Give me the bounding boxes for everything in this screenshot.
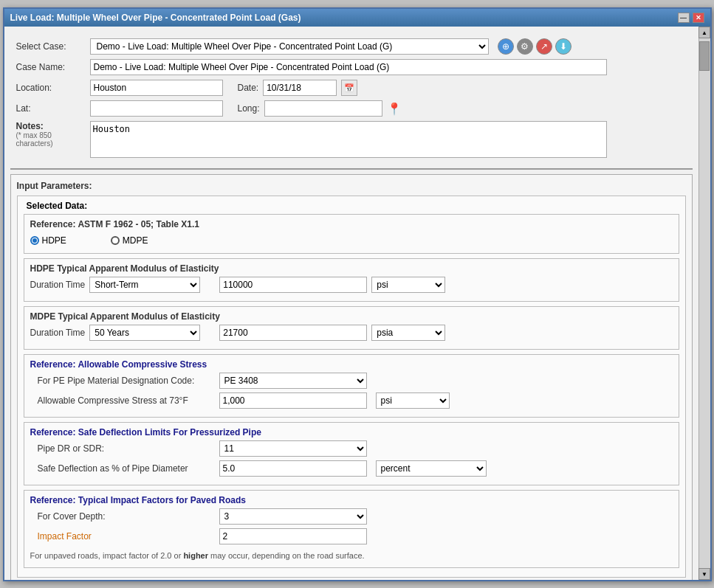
main-window: Live Load: Multiple Wheel Over Pipe - Co… bbox=[3, 7, 712, 581]
hdpe-mdpe-radio-row: HDPE MDPE bbox=[30, 232, 673, 249]
date-input[interactable] bbox=[263, 80, 337, 96]
mdpe-duration-label: Duration Time bbox=[30, 328, 86, 338]
location-label: Location: bbox=[16, 83, 90, 93]
safe-deflection-row: Safe Deflection as % of Pipe Diameter pe… bbox=[30, 460, 673, 477]
date-label: Date: bbox=[238, 83, 259, 93]
mdpe-value-input[interactable] bbox=[219, 325, 367, 341]
select-case-dropdown[interactable]: Demo - Live Load: Multiple Wheel Over Pi… bbox=[90, 38, 489, 55]
hdpe-unit-select[interactable]: psi kPa MPa bbox=[371, 277, 445, 293]
action-icon-buttons: ⊕ ⚙ ↗ ⬇ bbox=[498, 38, 571, 55]
impact-factor-label: Impact Factor bbox=[30, 531, 215, 542]
pipe-dr-row: Pipe DR or SDR: 11 13.5 17 21 26 bbox=[30, 440, 673, 457]
compressive-sub-label: For PE Pipe Material Designation Code: bbox=[30, 376, 215, 386]
impact-group: Reference: Typical Impact Factors for Pa… bbox=[24, 490, 679, 568]
notes-label-wrap: Notes: (* max 850 characters) bbox=[16, 121, 90, 148]
notes-subtext: (* max 850 characters) bbox=[16, 131, 90, 148]
mdpe-duration-row: Duration Time Short-Term Long-Term 50 Ye… bbox=[30, 325, 673, 341]
compressive-title: Reference: Allowable Compressive Stress bbox=[30, 359, 673, 370]
scroll-down-button[interactable]: ▼ bbox=[698, 568, 710, 580]
location-date-row: Location: Date: 📅 bbox=[16, 80, 687, 96]
compressive-stress-label: Allowable Compressive Stress at 73°F bbox=[30, 395, 215, 406]
hdpe-radio-circle[interactable] bbox=[30, 236, 39, 245]
download-icon-button[interactable]: ⬇ bbox=[555, 38, 571, 55]
share-icon-button[interactable]: ↗ bbox=[536, 38, 552, 55]
add-icon-button[interactable]: ⊕ bbox=[498, 38, 514, 55]
selected-data-group: Selected Data: Reference: ASTM F 1962 - … bbox=[17, 196, 686, 578]
select-case-label: Select Case: bbox=[16, 41, 90, 52]
long-label: Long: bbox=[238, 103, 260, 114]
lat-long-row: Lat: Long: 📍 bbox=[16, 100, 687, 117]
compressive-stress-row: Allowable Compressive Stress at 73°F psi… bbox=[30, 392, 673, 409]
mdpe-modulus-group: MDPE Typical Apparent Modulus of Elastic… bbox=[24, 306, 679, 350]
hdpe-duration-label: Duration Time bbox=[30, 280, 86, 290]
select-case-control: Demo - Live Load: Multiple Wheel Over Pi… bbox=[90, 38, 571, 55]
compressive-stress-unit-select[interactable]: psi kPa MPa bbox=[376, 392, 450, 409]
select-case-row: Select Case: Demo - Live Load: Multiple … bbox=[16, 38, 687, 55]
case-name-row: Case Name: bbox=[16, 59, 687, 75]
mdpe-duration-select[interactable]: Short-Term Long-Term 50 Years bbox=[89, 325, 200, 341]
impact-note-bold: higher bbox=[183, 551, 208, 560]
minimize-button[interactable]: — bbox=[678, 13, 690, 23]
cover-depth-row: For Cover Depth: 3 4 5 6 bbox=[30, 508, 673, 525]
cover-depth-label: For Cover Depth: bbox=[30, 511, 215, 522]
long-group: Long: 📍 bbox=[238, 100, 402, 117]
calendar-button[interactable]: 📅 bbox=[341, 80, 357, 96]
deflection-group: Reference: Safe Deflection Limits For Pr… bbox=[24, 422, 679, 485]
scroll-thumb[interactable] bbox=[699, 41, 710, 71]
cover-depth-select[interactable]: 3 4 5 6 bbox=[219, 508, 367, 525]
case-name-input[interactable] bbox=[90, 59, 607, 75]
safe-deflection-label: Safe Deflection as % of Pipe Diameter bbox=[30, 463, 215, 474]
title-bar-buttons: — ✕ bbox=[678, 13, 704, 23]
scroll-up-button[interactable]: ▲ bbox=[698, 27, 710, 38]
notes-label: Notes: bbox=[16, 121, 90, 131]
params-section: Input Parameters: Selected Data: Referen… bbox=[10, 174, 693, 580]
gear-icon-button[interactable]: ⚙ bbox=[517, 38, 533, 55]
date-group: Date: 📅 bbox=[238, 80, 358, 96]
hdpe-duration-row: Duration Time Short-Term Long-Term 50 Ye… bbox=[30, 277, 673, 293]
mdpe-unit-select[interactable]: psi psia kPa MPa bbox=[371, 325, 445, 341]
impact-factor-input[interactable] bbox=[219, 528, 367, 544]
compressive-code-select[interactable]: PE 3408 PE 4710 PE 3608 bbox=[219, 373, 367, 389]
astm-reference-group: Reference: ASTM F 1962 - 05; Table X1.1 … bbox=[24, 214, 679, 254]
window-title: Live Load: Multiple Wheel Over Pipe - Co… bbox=[10, 13, 301, 23]
impact-note: For unpaved roads, impact factor of 2.0 … bbox=[30, 548, 673, 563]
close-button[interactable]: ✕ bbox=[693, 13, 704, 23]
hdpe-modulus-group: HDPE Typical Apparent Modulus of Elastic… bbox=[24, 258, 679, 302]
top-section: Select Case: Demo - Live Load: Multiple … bbox=[10, 32, 693, 170]
hdpe-duration-select[interactable]: Short-Term Long-Term 50 Years bbox=[89, 277, 200, 293]
params-title: Input Parameters: bbox=[17, 181, 686, 191]
lat-input[interactable] bbox=[90, 100, 223, 117]
main-content: Select Case: Demo - Live Load: Multiple … bbox=[4, 27, 710, 580]
hdpe-radio-label: HDPE bbox=[42, 235, 66, 246]
mdpe-section-title: MDPE Typical Apparent Modulus of Elastic… bbox=[30, 311, 673, 322]
compressive-code-row: For PE Pipe Material Designation Code: P… bbox=[30, 373, 673, 389]
case-name-label: Case Name: bbox=[16, 62, 90, 72]
pipe-dr-label: Pipe DR or SDR: bbox=[30, 443, 215, 454]
selected-data-title: Selected Data: bbox=[24, 201, 679, 211]
mdpe-radio-circle[interactable] bbox=[111, 236, 120, 245]
scrollbar[interactable]: ▲ ▼ bbox=[698, 27, 710, 580]
impact-title: Reference: Typical Impact Factors for Pa… bbox=[30, 495, 673, 505]
long-input[interactable] bbox=[264, 100, 382, 117]
hdpe-radio-item[interactable]: HDPE bbox=[30, 235, 66, 246]
hdpe-section-title: HDPE Typical Apparent Modulus of Elastic… bbox=[30, 263, 673, 274]
compressive-stress-group: Reference: Allowable Compressive Stress … bbox=[24, 354, 679, 418]
deflection-title: Reference: Safe Deflection Limits For Pr… bbox=[30, 427, 673, 437]
map-pin-icon[interactable]: 📍 bbox=[387, 102, 402, 116]
pipe-dr-select[interactable]: 11 13.5 17 21 26 bbox=[219, 440, 367, 457]
title-bar: Live Load: Multiple Wheel Over Pipe - Co… bbox=[4, 9, 710, 27]
mdpe-radio-item[interactable]: MDPE bbox=[111, 235, 148, 246]
notes-textarea[interactable]: Houston bbox=[90, 121, 607, 158]
location-input[interactable] bbox=[90, 80, 223, 96]
hdpe-value-input[interactable] bbox=[219, 277, 367, 293]
safe-deflection-input[interactable] bbox=[219, 460, 367, 477]
notes-row: Notes: (* max 850 characters) Houston bbox=[16, 121, 687, 158]
compressive-stress-input[interactable] bbox=[219, 392, 367, 409]
safe-deflection-unit-select[interactable]: percent % bbox=[376, 460, 487, 477]
reference-label: Reference: ASTM F 1962 - 05; Table X1.1 bbox=[30, 219, 673, 229]
impact-factor-row: Impact Factor bbox=[30, 528, 673, 544]
mdpe-radio-label: MDPE bbox=[123, 235, 148, 246]
content-area: Select Case: Demo - Live Load: Multiple … bbox=[4, 27, 698, 580]
lat-label: Lat: bbox=[16, 103, 90, 114]
